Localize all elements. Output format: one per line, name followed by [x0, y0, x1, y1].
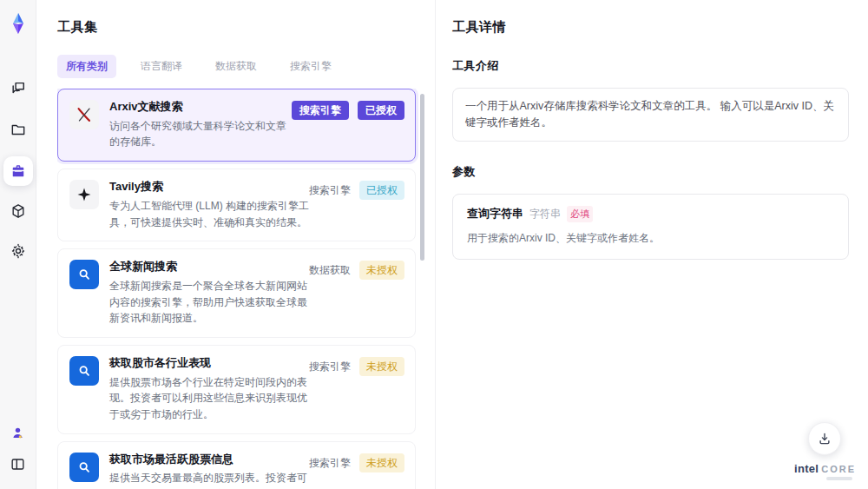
arxiv-icon — [75, 105, 94, 124]
brand-intel: intel — [794, 462, 819, 475]
gear-icon — [10, 242, 27, 260]
search-glyph-icon — [76, 266, 93, 283]
tool-name: Tavily搜索 — [109, 180, 309, 195]
tab-0[interactable]: 所有类别 — [57, 55, 116, 78]
auth-status-badge: 未授权 — [359, 261, 404, 280]
icon-sidebar — [0, 0, 36, 489]
split-panel-icon — [10, 456, 26, 472]
tool-card-3[interactable]: 获取股市各行业表现 提供股票市场各个行业在特定时间段内的表现。投资者可以利用这些… — [57, 345, 416, 434]
brand-subline — [826, 477, 852, 480]
tool-description: 全球新闻搜索是一个聚合全球各大新闻网站内容的搜索引擎，帮助用户快速获取全球最新资… — [109, 278, 309, 327]
intro-text-box: 一个用于从Arxiv存储库搜索科学论文和文章的工具。 输入可以是Arxiv ID… — [452, 88, 849, 142]
app-window: 工具集 所有类别语言翻译数据获取搜索引擎 Arxiv文献搜索 访问各个研究领域大… — [0, 0, 868, 489]
sidebar-item-settings[interactable] — [5, 238, 31, 264]
tab-1[interactable]: 语言翻译 — [132, 55, 191, 78]
sidebar-item-chat[interactable] — [5, 75, 31, 101]
tab-3[interactable]: 搜索引擎 — [281, 55, 340, 78]
tab-2[interactable]: 数据获取 — [207, 55, 266, 78]
chat-icon — [10, 79, 27, 96]
tavily-star-icon — [76, 186, 93, 203]
parameter-card: 查询字符串 字符串 必填 用于搜索的Arxiv ID、关键字或作者姓名。 — [452, 194, 849, 260]
blue-search-icon — [69, 453, 99, 482]
sidebar-item-files[interactable] — [5, 116, 31, 142]
tool-card-1[interactable]: Tavily搜索 专为人工智能代理 (LLM) 构建的搜索引擎工具，可快速提供实… — [57, 169, 416, 241]
params-heading: 参数 — [452, 164, 849, 180]
tool-name: 全球新闻搜索 — [109, 260, 309, 274]
tool-description: 访问各个研究领域大量科学论文和文章的存储库。 — [109, 118, 292, 150]
sidebar-item-collapse[interactable] — [5, 451, 31, 477]
sidebar-item-tools[interactable] — [3, 156, 33, 186]
download-icon — [817, 431, 832, 446]
param-name: 查询字符串 — [467, 206, 523, 221]
auth-status-badge: 已授权 — [358, 101, 404, 120]
folder-icon — [10, 121, 27, 138]
brand-core: CORE — [821, 464, 856, 474]
sidebar-item-profile[interactable] — [5, 420, 31, 446]
app-logo[interactable] — [3, 9, 33, 38]
tool-detail-panel: 工具详情 工具介绍 一个用于从Arxiv存储库搜索科学论文和文章的工具。 输入可… — [436, 0, 868, 489]
toolbox-icon — [10, 162, 27, 180]
arxiv-icon — [69, 100, 99, 129]
search-glyph-icon — [76, 362, 93, 380]
intro-heading: 工具介绍 — [452, 58, 849, 74]
download-button[interactable] — [808, 422, 841, 455]
cube-icon — [10, 202, 27, 220]
tool-name: 获取市场最活跃股票信息 — [109, 453, 309, 467]
tool-list: Arxiv文献搜索 访问各个研究领域大量科学论文和文章的存储库。 搜索引擎 已授… — [57, 89, 424, 489]
param-required-badge: 必填 — [567, 206, 593, 222]
list-scrollbar-thumb[interactable] — [420, 94, 424, 261]
category-badge: 搜索引擎 — [309, 361, 351, 372]
user-icon — [10, 425, 26, 441]
detail-title: 工具详情 — [452, 19, 849, 36]
tool-name: Arxiv文献搜索 — [109, 100, 292, 115]
tool-card-0[interactable]: Arxiv文献搜索 访问各个研究领域大量科学论文和文章的存储库。 搜索引擎 已授… — [57, 89, 416, 162]
sidebar-item-models[interactable] — [5, 198, 31, 224]
blue-search-icon — [69, 260, 99, 289]
tool-description: 提供股票市场各个行业在特定时间段内的表现。投资者可以利用这些信息来识别表现优于或… — [109, 374, 309, 423]
category-badge: 数据获取 — [309, 265, 351, 275]
tavily-star-icon — [69, 180, 99, 209]
tool-name: 获取股市各行业表现 — [109, 356, 309, 371]
blue-search-icon — [69, 356, 99, 386]
logo-gem-icon — [7, 12, 30, 35]
category-badge: 搜索引擎 — [309, 185, 351, 195]
category-badge: 搜索引擎 — [292, 101, 349, 120]
tool-description: 专为人工智能代理 (LLM) 构建的搜索引擎工具，可快速提供实时、准确和真实的结… — [109, 198, 309, 230]
param-type: 字符串 — [529, 207, 561, 221]
page-title: 工具集 — [57, 19, 424, 36]
auth-status-badge: 已授权 — [359, 181, 404, 200]
auth-status-badge: 未授权 — [359, 453, 404, 472]
floating-footer: intel CORE — [794, 422, 856, 480]
tool-card-2[interactable]: 全球新闻搜索 全球新闻搜索是一个聚合全球各大新闻网站内容的搜索引擎，帮助用户快速… — [57, 248, 416, 338]
category-badge: 搜索引擎 — [309, 458, 351, 468]
intel-core-logo: intel CORE — [794, 462, 856, 475]
tool-list-panel: 工具集 所有类别语言翻译数据获取搜索引擎 Arxiv文献搜索 访问各个研究领域大… — [36, 0, 436, 489]
search-glyph-icon — [76, 459, 93, 476]
tool-description: 提供当天交易量最高的股票列表。投资者可以利用这些信息来识别流动性强的股票和潜在的… — [109, 470, 309, 489]
category-tabs: 所有类别语言翻译数据获取搜索引擎 — [57, 55, 424, 78]
auth-status-badge: 未授权 — [359, 357, 404, 376]
tool-card-4[interactable]: 获取市场最活跃股票信息 提供当天交易量最高的股票列表。投资者可以利用这些信息来识… — [57, 441, 416, 489]
param-description: 用于搜索的Arxiv ID、关键字或作者姓名。 — [467, 230, 834, 246]
